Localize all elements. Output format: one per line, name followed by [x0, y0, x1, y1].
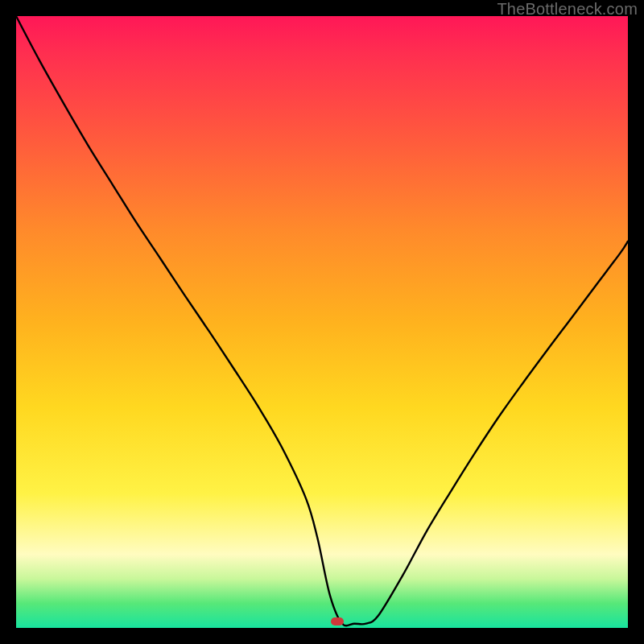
- chart-stage: TheBottleneck.com: [0, 0, 644, 644]
- background-gradient: [16, 16, 628, 628]
- plot-area: [16, 16, 628, 628]
